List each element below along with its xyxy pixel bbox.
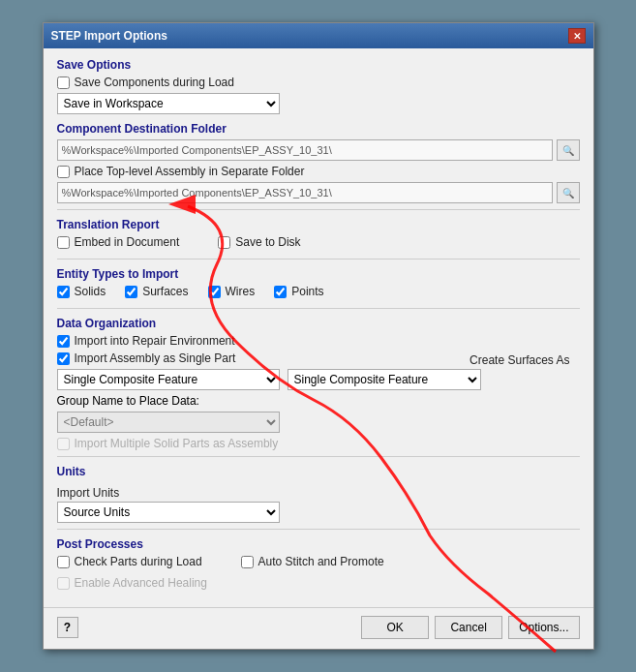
import-assembly-checkbox[interactable]	[57, 352, 70, 365]
save-components-checkbox[interactable]	[57, 76, 70, 89]
top-level-label: Place Top-level Assembly in Separate Fol…	[75, 165, 305, 178]
solids-label: Solids	[75, 285, 106, 298]
points-label: Points	[291, 285, 323, 298]
import-repair-row: Import into Repair Environment	[57, 334, 580, 348]
component-dest-row: 🔍	[57, 139, 580, 161]
embed-doc-row: Embed in Document	[57, 235, 180, 249]
translation-report-label: Translation Report	[57, 218, 580, 231]
save-disk-label: Save to Disk	[235, 235, 300, 249]
auto-stitch-label: Auto Stitch and Promote	[258, 555, 384, 568]
import-solid-row: Import Multiple Solid Parts as Assembly	[57, 437, 580, 450]
embed-doc-checkbox[interactable]	[57, 236, 70, 249]
top-level-path-row: 🔍	[57, 182, 580, 203]
component-dest-label: Component Destination Folder	[57, 122, 580, 136]
wires-label: Wires	[226, 285, 256, 298]
divider-3	[57, 308, 580, 309]
surfaces-checkbox[interactable]	[125, 286, 137, 298]
divider-2	[57, 259, 580, 260]
dialog-title: STEP Import Options	[51, 29, 167, 43]
solids-checkbox[interactable]	[57, 286, 70, 298]
post-processes-label: Post Processes	[57, 537, 580, 551]
import-repair-label: Import into Repair Environment	[75, 334, 235, 348]
title-bar: STEP Import Options ✕	[44, 23, 593, 48]
component-dest-browse[interactable]: 🔍	[557, 139, 580, 161]
source-units-dropdown[interactable]: Source Units mm cm m inch ft	[57, 502, 280, 523]
entity-types-row: Solids Surfaces Wires Points	[57, 285, 580, 302]
points-row: Points	[274, 285, 323, 298]
component-dest-input[interactable]	[57, 139, 553, 161]
surfaces-label: Surfaces	[142, 285, 188, 298]
save-components-label: Save Components during Load	[75, 76, 234, 89]
single-composite-dropdown-left[interactable]: Single Composite Feature Individual Surf…	[57, 369, 280, 390]
top-level-row: Place Top-level Assembly in Separate Fol…	[57, 165, 580, 178]
divider-4	[57, 456, 580, 457]
close-button[interactable]: ✕	[568, 28, 586, 44]
enable-healing-checkbox[interactable]	[57, 577, 70, 590]
auto-stitch-row: Auto Stitch and Promote	[241, 555, 384, 568]
source-units-row: Source Units mm cm m inch ft	[57, 502, 580, 523]
import-solid-label: Import Multiple Solid Parts as Assembly	[75, 437, 279, 450]
check-parts-row: Check Parts during Load	[57, 555, 202, 568]
cancel-button[interactable]: Cancel	[435, 616, 502, 639]
save-components-row: Save Components during Load	[57, 76, 580, 89]
units-label: Units	[57, 465, 580, 478]
check-parts-label: Check Parts during Load	[75, 555, 202, 568]
top-level-checkbox[interactable]	[57, 166, 70, 178]
save-workspace-dropdown-row: Save in Workspace Don't Save Save in New…	[57, 93, 580, 114]
dialog-body: Save Options Save Components during Load…	[44, 48, 593, 601]
save-options-label: Save Options	[57, 58, 580, 72]
solids-row: Solids	[57, 285, 106, 298]
create-surfaces-label: Create Surfaces As	[469, 353, 569, 367]
single-composite-dropdown-right[interactable]: Single Composite Feature Individual Surf…	[288, 369, 481, 390]
top-level-path-input[interactable]	[57, 182, 553, 203]
data-org-label: Data Organization	[57, 317, 580, 330]
ok-button[interactable]: OK	[361, 616, 429, 639]
divider-5	[57, 529, 580, 530]
title-bar-buttons: ✕	[568, 28, 586, 44]
footer-right: OK Cancel Options...	[361, 616, 579, 639]
enable-healing-label: Enable Advanced Healing	[75, 576, 207, 590]
import-assembly-row: Import Assembly as Single Part	[57, 351, 236, 365]
save-disk-checkbox[interactable]	[218, 236, 230, 249]
wires-checkbox[interactable]	[208, 286, 221, 298]
footer: ? OK Cancel Options...	[44, 607, 593, 649]
save-disk-row: Save to Disk	[218, 235, 300, 249]
embed-doc-label: Embed in Document	[75, 235, 180, 249]
divider-1	[57, 209, 580, 210]
import-assembly-label: Import Assembly as Single Part	[75, 351, 236, 365]
group-name-label: Group Name to Place Data:	[57, 394, 580, 408]
auto-stitch-checkbox[interactable]	[241, 556, 254, 568]
entity-types-label: Entity Types to Import	[57, 267, 580, 281]
options-button[interactable]: Options...	[508, 616, 579, 639]
import-repair-checkbox[interactable]	[57, 335, 70, 348]
check-parts-checkbox[interactable]	[57, 556, 70, 568]
group-name-dropdown[interactable]: <Default>	[57, 412, 280, 433]
surfaces-row: Surfaces	[125, 285, 188, 298]
save-workspace-dropdown[interactable]: Save in Workspace Don't Save Save in New…	[57, 93, 280, 114]
help-button[interactable]: ?	[57, 617, 78, 638]
wires-row: Wires	[208, 285, 256, 298]
enable-healing-row: Enable Advanced Healing	[57, 576, 580, 590]
top-level-browse[interactable]: 🔍	[557, 182, 580, 203]
points-checkbox[interactable]	[274, 286, 287, 298]
footer-left: ?	[57, 617, 78, 638]
import-solid-checkbox[interactable]	[57, 438, 70, 450]
import-units-label: Import Units	[57, 486, 580, 500]
